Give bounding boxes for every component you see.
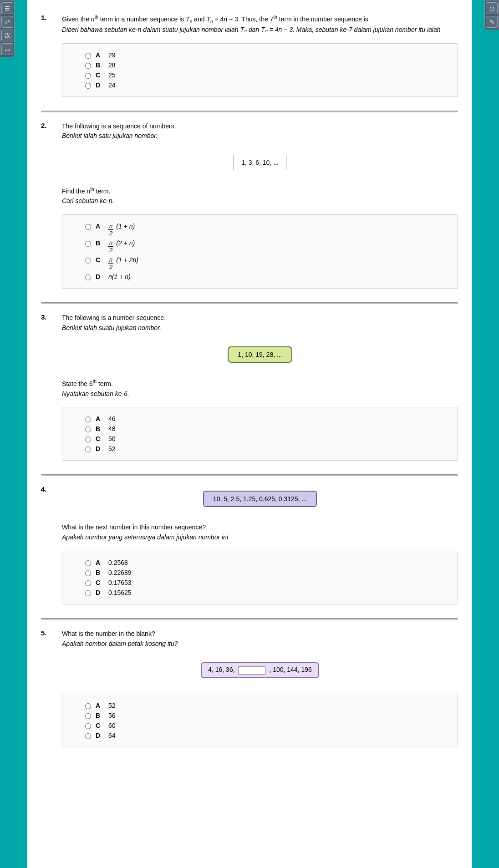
tool-clock-icon[interactable]: ◷ [486,2,498,14]
worksheet: 1. Given the nth term in a number sequen… [27,0,472,868]
radio-icon[interactable] [85,224,91,230]
option-b[interactable]: B48 [85,424,444,434]
option-d[interactable]: D64 [85,731,444,741]
answer-block: A46 B48 C50 D52 [62,407,458,461]
option-c[interactable]: C25 [85,70,444,80]
option-c[interactable]: C50 [85,434,444,444]
question-text: Given the nth term in a number sequence … [62,14,458,35]
radio-icon[interactable] [85,713,91,719]
sub-prompt: State the 6th term. Nyatakan sebutan ke-… [62,378,458,399]
option-c[interactable]: C60 [85,721,444,731]
option-b[interactable]: B n2(2 + n) [85,238,444,255]
question-4: 4. 10, 5, 2.5, 1.25, 0.625, 0.3125, ... … [27,476,472,609]
question-text: The following is a sequence of numbers. … [62,122,458,141]
left-toolbar: ☰ ⇄ 汉 ▭ [0,0,15,57]
question-text: The following is a number sequence. Beri… [62,313,458,333]
question-2: 2. The following is a sequence of number… [27,112,472,293]
radio-icon[interactable] [85,733,91,739]
question-number: 4. [41,485,54,604]
question-text: What is the number in the blank? Apakah … [62,629,458,649]
radio-icon[interactable] [85,590,91,596]
question-3: 3. The following is a number sequence. B… [27,304,472,465]
radio-icon[interactable] [85,274,91,280]
option-c[interactable]: C n2(1 + 2n) [85,255,444,272]
question-number: 1. [41,14,54,97]
option-a[interactable]: A29 [85,50,444,60]
question-text: What is the next number in this number s… [62,523,458,542]
answer-block: A0.2568 B0.22689 C0.17653 D0.15625 [62,551,458,604]
blank-input[interactable] [238,666,265,675]
tool-notes-icon[interactable]: ✎ [486,16,498,28]
question-number: 5. [41,629,54,747]
option-b[interactable]: B0.22689 [85,568,444,578]
question-number: 3. [41,313,54,461]
radio-icon[interactable] [85,703,91,709]
option-d[interactable]: D52 [85,444,444,454]
option-a[interactable]: A0.2568 [85,558,444,568]
sub-prompt: Find the nth term. Cari sebutan ke-n. [62,186,458,206]
option-b[interactable]: B28 [85,60,444,70]
tool-translate-icon[interactable]: 汉 [1,30,13,41]
radio-icon[interactable] [85,416,91,422]
radio-icon[interactable] [85,447,91,452]
sequence-box: 4, 16, 36, , 100, 144, 196 [201,662,319,678]
option-a[interactable]: A52 [85,700,444,711]
answer-block: A n2(1 + n) B n2(2 + n) C n2(1 + 2n) D n… [62,214,458,289]
question-1: 1. Given the nth term in a number sequen… [27,5,472,102]
tool-doc-icon[interactable]: ☰ [1,2,13,14]
option-d[interactable]: D0.15625 [85,588,444,598]
radio-icon[interactable] [85,570,91,576]
answer-block: A52 B56 C60 D64 [62,694,458,747]
radio-icon[interactable] [85,258,91,264]
sequence-box: 1, 3, 6, 10, ... [234,155,286,170]
radio-icon[interactable] [85,560,91,566]
radio-icon[interactable] [85,53,91,59]
sequence-box: 1, 10, 19, 28, ... [228,346,292,363]
right-toolbar: ◷ ✎ [484,0,499,30]
radio-icon[interactable] [85,437,91,442]
option-b[interactable]: B56 [85,711,444,721]
option-a[interactable]: A n2(1 + n) [85,221,444,238]
sequence-box: 10, 5, 2.5, 1.25, 0.625, 0.3125, ... [203,491,317,507]
radio-icon[interactable] [85,83,91,89]
radio-icon[interactable] [85,723,91,729]
radio-icon[interactable] [85,73,91,79]
answer-block: A29 B28 C25 D24 [62,43,458,97]
radio-icon[interactable] [85,580,91,586]
radio-icon[interactable] [85,426,91,432]
option-c[interactable]: C0.17653 [85,578,444,588]
radio-icon[interactable] [85,63,91,69]
tool-swap-icon[interactable]: ⇄ [1,16,13,28]
option-d[interactable]: D24 [85,80,444,90]
radio-icon[interactable] [85,241,91,247]
option-a[interactable]: A46 [85,414,444,424]
question-5: 5. What is the number in the blank? Apak… [27,620,472,752]
option-d[interactable]: D n(1 + n) [85,272,444,282]
tool-present-icon[interactable]: ▭ [1,43,13,55]
question-number: 2. [41,122,54,289]
